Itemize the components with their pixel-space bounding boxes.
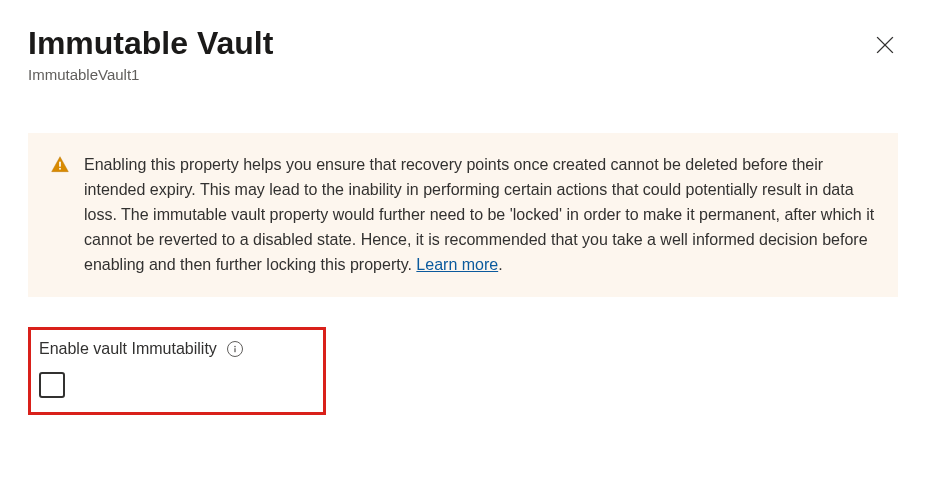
enable-immutability-section: Enable vault Immutability	[28, 327, 326, 415]
svg-rect-5	[234, 349, 235, 353]
close-button[interactable]	[872, 32, 898, 61]
svg-point-4	[234, 346, 236, 348]
warning-icon	[50, 155, 70, 277]
learn-more-link[interactable]: Learn more	[416, 256, 498, 273]
page-subtitle: ImmutableVault1	[28, 66, 273, 83]
close-icon	[876, 36, 894, 57]
svg-rect-2	[59, 162, 61, 167]
enable-immutability-label: Enable vault Immutability	[39, 340, 217, 358]
page-header: Immutable Vault ImmutableVault1	[28, 24, 898, 83]
header-text-block: Immutable Vault ImmutableVault1	[28, 24, 273, 83]
enable-immutability-checkbox[interactable]	[39, 372, 65, 398]
svg-rect-3	[59, 168, 61, 170]
warning-text: Enabling this property helps you ensure …	[84, 153, 876, 277]
info-icon[interactable]	[227, 341, 243, 357]
warning-banner: Enabling this property helps you ensure …	[28, 133, 898, 297]
page-title: Immutable Vault	[28, 24, 273, 62]
control-label-row: Enable vault Immutability	[39, 340, 315, 358]
